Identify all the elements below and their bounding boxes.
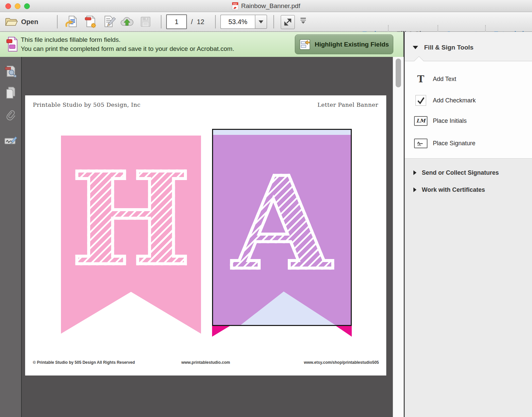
overflow-bar-icon [301, 18, 306, 19]
send-or-collect-signatures-section[interactable]: Send or Collect Signatures [405, 167, 532, 178]
add-checkmark-tool[interactable]: Add Checkmark [405, 93, 532, 108]
pennant-underlay-left-tail [212, 326, 230, 337]
pdf-page: Printable Studio by 505 Design, Inc Lett… [25, 95, 386, 376]
attachments-panel-button[interactable] [4, 109, 17, 122]
toolbar: Open [0, 12, 532, 32]
save-floppy-icon [138, 14, 153, 29]
open-button[interactable]: Open [5, 12, 38, 31]
cloud-upload-icon [120, 14, 134, 29]
paperclip-icon [4, 109, 17, 122]
highlight-button-label: Highlight Existing Fields [315, 41, 389, 48]
scrollbar-thumb[interactable] [396, 59, 401, 87]
vertical-scrollbar[interactable] [393, 57, 404, 417]
banner-pennant-a: A [213, 135, 351, 325]
form-document-icon [6, 36, 18, 52]
selected-form-field[interactable]: A [212, 129, 352, 326]
add-text-icon: T [413, 74, 428, 85]
overflow-bar-icon [301, 20, 306, 21]
toolbar-overflow-button[interactable] [300, 18, 307, 26]
svg-text:PDF: PDF [233, 3, 237, 5]
open-label: Open [21, 18, 38, 26]
acrobat-window: PDF Rainbow_Banner.pdf Open [0, 0, 532, 417]
highlight-fields-icon [299, 39, 311, 50]
chevron-down-icon [259, 20, 263, 23]
share-file-button[interactable] [64, 14, 79, 29]
place-signature-tool[interactable]: Place Signature [405, 136, 532, 151]
collapse-triangle-icon [413, 46, 418, 49]
place-initials-label: Place Initials [433, 117, 467, 124]
upload-to-cloud-button[interactable] [120, 14, 134, 29]
place-signature-icon [413, 139, 428, 148]
share-file-icon [64, 14, 79, 29]
panel-header-label: Fill & Sign Tools [424, 44, 473, 51]
create-pdf-icon [83, 14, 97, 29]
add-checkmark-label: Add Checkmark [433, 97, 476, 104]
toolbar-separator [161, 15, 161, 28]
add-text-tool[interactable]: T Add Text [405, 72, 532, 86]
add-text-label: Add Text [433, 76, 456, 83]
place-initials-icon: LM [413, 116, 428, 126]
expand-triangle-icon [413, 170, 416, 175]
place-signature-label: Place Signature [433, 140, 475, 147]
form-fields-notification-bar: This file includes fillable form fields.… [0, 32, 403, 57]
page-number-input[interactable]: 1 [166, 14, 187, 29]
fullscreen-arrows-icon [284, 18, 292, 26]
fill-and-sign-tools-header[interactable]: Fill & Sign Tools [413, 44, 473, 51]
fullscreen-button[interactable] [281, 15, 295, 29]
zoom-level-input[interactable]: 53.4% [220, 15, 255, 29]
window-title-container: PDF Rainbow_Banner.pdf [0, 0, 532, 12]
pages-icon [4, 86, 17, 99]
pages-panel-button[interactable] [4, 86, 17, 99]
page-header-left: Printable Studio by 505 Design, Inc [33, 101, 141, 108]
fill-and-sign-panel: Fill & Sign Tools T Add Text Add Checkma… [404, 32, 532, 417]
highlight-existing-fields-button[interactable]: Highlight Existing Fields [295, 34, 393, 54]
titlebar: PDF Rainbow_Banner.pdf [0, 0, 532, 12]
work-with-certificates-section[interactable]: Work with Certificates [405, 184, 532, 195]
notification-line-1: This file includes fillable form fields. [21, 35, 234, 44]
navigation-rail [0, 57, 22, 417]
panel-tools-list: T Add Text Add Checkmark LM Place Initia… [405, 61, 532, 159]
toolbar-separator [273, 15, 274, 28]
page-navigation: 1 / 12 [166, 12, 204, 31]
open-folder-icon [5, 16, 18, 27]
page-divider: / [191, 18, 193, 26]
create-pdf-button[interactable] [83, 14, 97, 29]
banner-pennant-h: H [61, 136, 201, 334]
toolbar-separator [57, 15, 58, 28]
zoom-control: 53.4% [220, 12, 267, 31]
save-button[interactable] [138, 14, 153, 29]
send-or-collect-signatures-label: Send or Collect Signatures [422, 169, 499, 176]
overflow-arrow-icon [301, 21, 305, 24]
sign-document-button[interactable] [101, 14, 116, 29]
banner-letter-h: H [61, 156, 201, 283]
sign-pencil-icon [101, 14, 116, 29]
expand-triangle-icon [413, 187, 416, 192]
place-initials-tool[interactable]: LM Place Initials [405, 113, 532, 128]
page-count: 12 [197, 18, 204, 26]
page-header-right: Letter Panel Banner [317, 101, 378, 108]
signatures-panel-button[interactable] [4, 134, 17, 148]
page-footer-right: www.etsy.com/shop/printablestudio505 [304, 360, 379, 365]
page-thumbnails-icon [4, 65, 17, 78]
notification-line-2: You can print the completed form and sav… [21, 44, 234, 53]
signature-pad-icon [4, 134, 17, 148]
zoom-dropdown-button[interactable] [255, 15, 267, 29]
pdf-file-icon: PDF [232, 2, 239, 10]
banner-letter-a: A [213, 160, 351, 287]
notification-text: This file includes fillable form fields.… [21, 35, 234, 53]
work-with-certificates-label: Work with Certificates [422, 186, 485, 193]
initials-sample: LM [416, 118, 425, 124]
pennant-underlay-right-tail [336, 326, 352, 337]
toolbar-separator [215, 15, 216, 28]
page-thumbnails-button[interactable] [4, 65, 17, 78]
window-title: Rainbow_Banner.pdf [241, 2, 300, 10]
add-checkmark-icon [413, 95, 428, 106]
